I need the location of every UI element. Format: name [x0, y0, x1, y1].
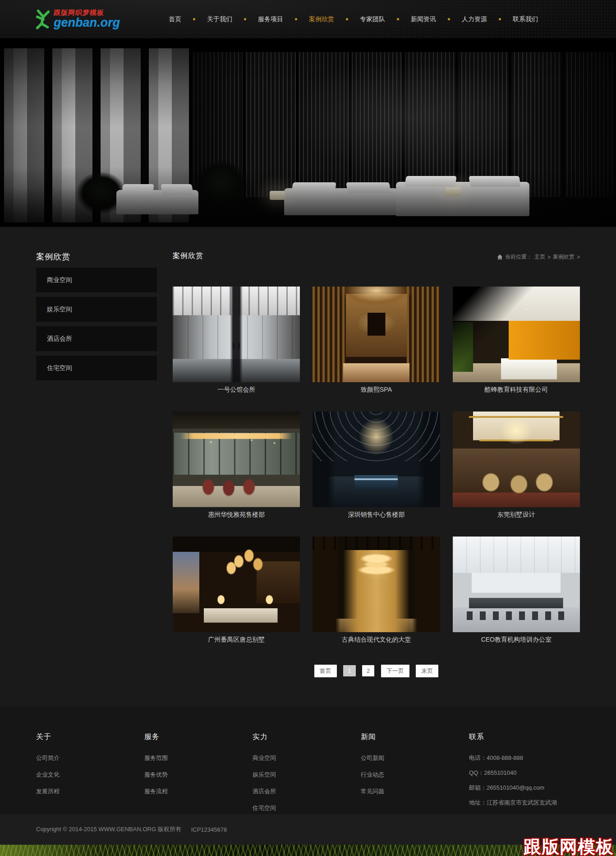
dot-separator-icon: [499, 18, 501, 20]
footer-link[interactable]: 娱乐空间: [253, 771, 361, 779]
footer-column-title: 服务: [144, 732, 253, 742]
main-menu: 首页 关于我们 服务项目 案例欣赏 专家团队 新闻资讯 人力资源 联系我们: [163, 15, 543, 23]
case-grid: 一号公馆会所 致颜熙SPA 酷蜂教育科技有限公司 惠州华悦雅苑售楼部 深圳销售中…: [173, 287, 580, 662]
case-caption[interactable]: 惠州华悦雅苑售楼部: [173, 510, 300, 519]
pagination-last[interactable]: 末页: [416, 665, 438, 677]
footer-column-title: 联系: [469, 732, 557, 742]
case-caption[interactable]: 深圳销售中心售楼部: [313, 510, 440, 519]
case-thumbnail[interactable]: [453, 412, 580, 507]
dot-separator-icon: [295, 18, 297, 20]
footer-link[interactable]: 行业动态: [361, 771, 469, 779]
sidebar-item-entertainment-space[interactable]: 娱乐空间: [36, 297, 157, 322]
nav-item-news[interactable]: 新闻资讯: [405, 15, 441, 23]
nav-item-cases[interactable]: 案例欣赏: [303, 15, 340, 23]
sidebar-title: 案例欣赏: [36, 251, 157, 262]
copyright-text: Copyright © 2014-2015 WWW.GENBAN.ORG 版权所…: [36, 825, 181, 833]
case-card: 一号公馆会所: [173, 287, 300, 394]
case-thumbnail[interactable]: [313, 412, 440, 507]
hero-vignette: [0, 38, 616, 227]
case-thumbnail[interactable]: [453, 537, 580, 632]
contact-email: 邮箱：2655101040@qq.com: [469, 784, 557, 792]
footer-link[interactable]: 服务流程: [144, 787, 253, 796]
dot-separator-icon: [397, 18, 399, 20]
breadcrumb-home-link[interactable]: 主页: [534, 253, 545, 261]
logo-text: 跟版网织梦模板 genban.org: [54, 9, 120, 29]
case-caption[interactable]: 古典结合现代文化的大堂: [313, 635, 440, 644]
footer-link[interactable]: 公司简介: [36, 754, 144, 762]
hero-banner: [0, 38, 616, 227]
contact-address: 地址：江苏省南京市玄武区玄武湖: [469, 799, 557, 807]
case-thumbnail[interactable]: [313, 537, 440, 632]
footer-link[interactable]: 酒店会所: [253, 787, 361, 796]
case-caption[interactable]: 广州番禺区唐总别墅: [173, 635, 300, 644]
pagination-page-1[interactable]: 1: [343, 665, 355, 676]
footer-column-services: 服务 服务范围 服务优势 服务流程: [144, 732, 253, 821]
case-caption[interactable]: 酷蜂教育科技有限公司: [453, 385, 580, 394]
nav-item-hr[interactable]: 人力资源: [456, 15, 492, 23]
footer-link[interactable]: 企业文化: [36, 771, 144, 779]
footer-link[interactable]: 服务范围: [144, 754, 253, 762]
logo-text-en: genban.org: [54, 17, 120, 29]
footer-column-contact: 联系 电话：4008-888-888 QQ：2655101040 邮箱：2655…: [469, 732, 557, 821]
breadcrumb-current-link[interactable]: 案例欣赏: [553, 253, 575, 261]
case-thumbnail[interactable]: [453, 287, 580, 382]
logo-runner-icon: [35, 8, 52, 31]
footer-link[interactable]: 常见问题: [361, 787, 469, 796]
sidebar-item-residential-space[interactable]: 住宅空间: [36, 356, 157, 380]
breadcrumb-separator: >: [547, 254, 551, 260]
sidebar-item-hotel-club[interactable]: 酒店会所: [36, 326, 157, 351]
case-card: 酷蜂教育科技有限公司: [453, 287, 580, 394]
sidebar-category-list: 商业空间 娱乐空间 酒店会所 住宅空间: [36, 268, 157, 380]
footer: 关于 公司简介 企业文化 发展历程 服务 服务范围 服务优势 服务流程 实力 商…: [0, 706, 616, 814]
page-title: 案例欣赏: [173, 251, 203, 261]
nav-item-about[interactable]: 关于我们: [202, 15, 238, 23]
breadcrumb-label: 当前位置：: [505, 253, 532, 261]
dot-separator-icon: [193, 18, 195, 20]
case-card: CEO教育机构培训办公室: [453, 537, 580, 644]
contact-qq: QQ：2655101040: [469, 769, 557, 777]
dot-separator-icon: [346, 18, 348, 20]
contact-phone: 电话：4008-888-888: [469, 754, 557, 762]
logo-text-cn: 跟版网织梦模板: [53, 9, 120, 16]
footer-link[interactable]: 服务优势: [144, 771, 253, 779]
case-caption[interactable]: 一号公馆会所: [173, 385, 300, 394]
pagination-first[interactable]: 首页: [314, 665, 337, 677]
case-caption[interactable]: 东莞别墅设计: [453, 510, 580, 519]
content-header: 案例欣赏 当前位置： 主页 > 案例欣赏 >: [173, 251, 580, 261]
dot-separator-icon: [244, 18, 246, 20]
home-icon: [497, 254, 503, 260]
case-thumbnail[interactable]: [173, 412, 300, 507]
case-thumbnail[interactable]: [173, 537, 300, 632]
case-thumbnail[interactable]: [313, 287, 440, 382]
footer-link[interactable]: 发展历程: [36, 787, 144, 796]
nav-item-home[interactable]: 首页: [163, 15, 187, 23]
footer-column-about: 关于 公司简介 企业文化 发展历程: [36, 732, 144, 821]
breadcrumb: 当前位置： 主页 > 案例欣赏 >: [497, 253, 580, 261]
breadcrumb-separator: >: [577, 254, 580, 260]
watermark-text: 跟版网模板: [524, 838, 614, 856]
case-card: 古典结合现代文化的大堂: [313, 537, 440, 644]
footer-link[interactable]: 住宅空间: [253, 804, 361, 812]
pagination-next[interactable]: 下一页: [381, 665, 409, 677]
footer-column-news: 新闻 公司新闻 行业动态 常见问题: [361, 732, 469, 821]
footer-link[interactable]: 商业空间: [253, 754, 361, 762]
nav-item-team[interactable]: 专家团队: [354, 15, 391, 23]
pagination-page-2[interactable]: 2: [362, 665, 374, 676]
case-card: 东莞别墅设计: [453, 412, 580, 519]
case-caption[interactable]: 致颜熙SPA: [313, 385, 440, 394]
case-caption[interactable]: CEO教育机构培训办公室: [453, 635, 580, 644]
sidebar: 案例欣赏 商业空间 娱乐空间 酒店会所 住宅空间: [36, 251, 157, 706]
site-logo[interactable]: 跟版网织梦模板 genban.org: [35, 8, 120, 31]
case-card: 深圳销售中心售楼部: [313, 412, 440, 519]
main-content: 案例欣赏 商业空间 娱乐空间 酒店会所 住宅空间 案例欣赏 当前位置： 主页 >…: [36, 227, 580, 706]
case-card: 致颜熙SPA: [313, 287, 440, 394]
case-thumbnail[interactable]: [173, 287, 300, 382]
pagination: 首页 1 2 下一页 末页: [173, 665, 580, 677]
nav-item-services[interactable]: 服务项目: [253, 15, 289, 23]
sidebar-item-commercial-space[interactable]: 商业空间: [36, 268, 157, 292]
case-section: 案例欣赏 当前位置： 主页 > 案例欣赏 > 一号公馆会所 致颜熙SPA 酷蜂教: [173, 251, 580, 706]
footer-column-title: 实力: [253, 732, 361, 742]
footer-link[interactable]: 公司新闻: [361, 754, 469, 762]
case-card: 广州番禺区唐总别墅: [173, 537, 300, 644]
nav-item-contact[interactable]: 联系我们: [507, 15, 543, 23]
